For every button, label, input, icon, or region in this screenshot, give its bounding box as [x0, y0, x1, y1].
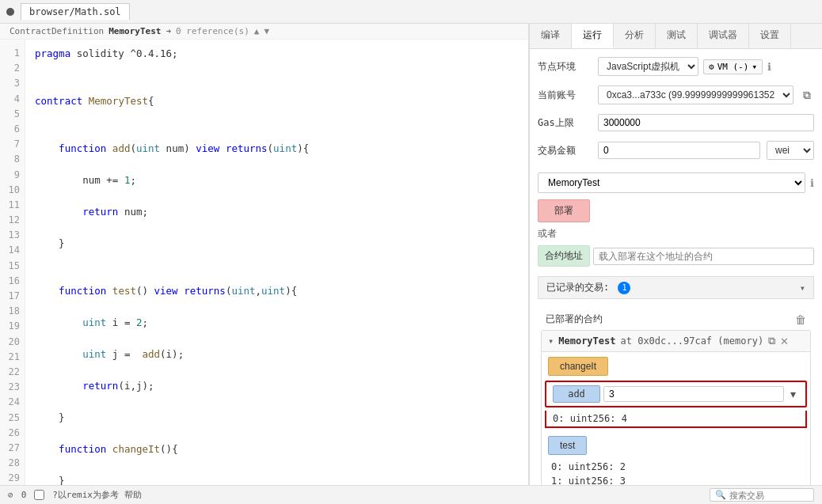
deployed-section: 已部署的合约 🗑 ▾ MemoryTest at 0x0dc...97caf (…	[538, 309, 814, 485]
status-symbol: ⊘	[8, 490, 13, 500]
instance-toggle[interactable]: ▾	[548, 335, 554, 347]
instance-copy-btn[interactable]: ⧉	[768, 335, 775, 347]
breadcrumb-refs: 0 reference(s)	[176, 26, 249, 36]
changeit-row: changeIt	[542, 352, 810, 381]
add-input[interactable]	[603, 386, 784, 402]
vm-chevron: ▾	[752, 62, 757, 72]
or-text: 或者	[538, 227, 814, 241]
deploy-button[interactable]: 部署	[538, 199, 590, 222]
amount-label: 交易金额	[538, 144, 592, 157]
panel-body: 节点环境 JavaScript虚拟机 ⚙ VM (-) ▾ ℹ 当前账号	[530, 49, 822, 485]
line-numbers: 12345 678910 1112131415 1617181920 21222…	[0, 40, 25, 485]
status-count: 0	[21, 490, 27, 500]
tab-compile[interactable]: 编译	[530, 24, 572, 48]
account-label: 当前账号	[538, 89, 592, 102]
amount-row: 交易金额 wei	[538, 141, 814, 160]
at-address-row: 合约地址	[538, 245, 814, 267]
search-input[interactable]	[729, 491, 809, 500]
breadcrumb-name: MemoryTest	[108, 26, 161, 36]
contract-instance: ▾ MemoryTest at 0x0dc...97caf (memory) ⧉…	[541, 330, 811, 485]
breadcrumb-arrow: ➜	[166, 26, 171, 36]
tx-chevron: ▾	[800, 282, 805, 294]
at-address-label[interactable]: 合约地址	[538, 245, 590, 267]
tab-analyze[interactable]: 分析	[614, 24, 656, 48]
tabs-row: 编译 运行 分析 测试 调试器 设置	[530, 24, 822, 49]
window-dot	[6, 8, 14, 16]
env-info-icon[interactable]: ℹ	[767, 61, 771, 73]
add-result: 0: uint256: 4	[545, 411, 807, 428]
file-tab[interactable]: browser/Math.sol	[21, 3, 130, 20]
tab-settings[interactable]: 设置	[749, 24, 791, 48]
breadcrumb-down[interactable]: ▼	[264, 26, 269, 36]
env-label: 节点环境	[538, 60, 592, 74]
tab-debugger[interactable]: 调试器	[698, 24, 749, 48]
amount-unit-select[interactable]: wei	[767, 141, 814, 160]
instance-name: MemoryTest	[558, 335, 615, 347]
vm-badge[interactable]: ⚙ VM (-) ▾	[703, 59, 763, 74]
gas-label: Gas上限	[538, 116, 592, 130]
deployed-delete-btn[interactable]: 🗑	[795, 313, 806, 326]
test-result-1: 1: uint256: 3	[545, 474, 810, 485]
bottom-bar: ⊘ 0 ?以remix为参考 帮助 🔍	[0, 485, 822, 504]
account-copy-btn[interactable]: ⧉	[800, 87, 814, 104]
contract-select[interactable]: MemoryTest	[538, 172, 805, 193]
instance-header: ▾ MemoryTest at 0x0dc...97caf (memory) ⧉…	[542, 331, 810, 352]
env-row: 节点环境 JavaScript虚拟机 ⚙ VM (-) ▾ ℹ	[538, 57, 814, 76]
remix-link[interactable]: ?以remix为参考 帮助	[52, 489, 141, 501]
instance-close-btn[interactable]: ✕	[780, 335, 789, 347]
tx-section-label: 已记录的交易: 1	[546, 281, 630, 294]
add-expand-btn[interactable]: ▾	[787, 386, 799, 402]
editor-panel: ContractDefinition MemoryTest ➜ 0 refere…	[0, 24, 529, 485]
env-value-row: JavaScript虚拟机 ⚙ VM (-) ▾ ℹ	[598, 57, 771, 76]
code-area: 12345 678910 1112131415 1617181920 21222…	[0, 40, 528, 485]
test-btn-row: test	[542, 431, 810, 460]
test-button[interactable]: test	[548, 436, 587, 455]
top-bar: browser/Math.sol	[0, 0, 822, 24]
add-label[interactable]: add	[553, 385, 600, 403]
vm-icon: ⚙	[709, 62, 714, 72]
account-row: 当前账号 0xca3...a733c (99.99999999999961352…	[538, 85, 814, 104]
at-address-input[interactable]	[593, 248, 814, 265]
bottom-checkbox[interactable]	[34, 490, 44, 500]
breadcrumb-up[interactable]: ▲	[254, 26, 260, 36]
main-area: ContractDefinition MemoryTest ➜ 0 refere…	[0, 24, 822, 485]
deploy-area: 部署 或者 合约地址	[538, 199, 814, 267]
tab-run[interactable]: 运行	[572, 24, 614, 48]
add-func-row: add ▾	[545, 381, 807, 407]
test-result-0: 0: uint256: 2	[545, 460, 810, 474]
deployed-header: 已部署的合约 🗑	[538, 309, 814, 330]
deployed-label: 已部署的合约	[546, 313, 603, 326]
search-box: 🔍	[710, 488, 814, 502]
env-select[interactable]: JavaScript虚拟机	[598, 57, 698, 76]
tab-test[interactable]: 测试	[656, 24, 698, 48]
gas-input[interactable]	[598, 114, 814, 131]
breadcrumb-type: ContractDefinition	[10, 26, 104, 36]
gas-row: Gas上限	[538, 114, 814, 131]
search-icon: 🔍	[715, 490, 726, 500]
breadcrumb: ContractDefinition MemoryTest ➜ 0 refere…	[0, 24, 528, 40]
tx-section-header[interactable]: 已记录的交易: 1 ▾	[538, 276, 814, 299]
tx-badge: 1	[618, 282, 630, 294]
amount-input[interactable]	[598, 142, 760, 159]
contract-info-icon[interactable]: ℹ	[810, 177, 814, 189]
account-select[interactable]: 0xca3...a733c (99.99999999999961352	[598, 85, 793, 104]
vm-label: VM (-)	[717, 62, 749, 72]
code-content[interactable]: pragma solidity ^0.4.16; contract Memory…	[25, 40, 528, 485]
changeit-button[interactable]: changeIt	[548, 357, 608, 376]
right-panel: 编译 运行 分析 测试 调试器 设置 节点环境 JavaScript虚拟机 ⚙ …	[529, 24, 822, 485]
instance-addr: at 0x0dc...97caf (memory)	[620, 335, 763, 347]
contract-select-row: MemoryTest ℹ	[538, 172, 814, 193]
